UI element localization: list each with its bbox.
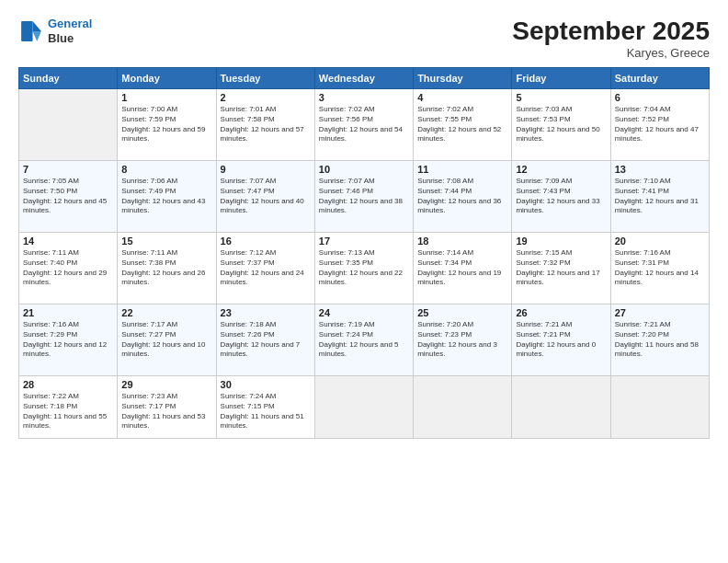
day-header: Wednesday	[314, 68, 413, 89]
day-cell: 26Sunrise: 7:21 AMSunset: 7:21 PMDayligh…	[512, 304, 610, 376]
day-cell: 5Sunrise: 7:03 AMSunset: 7:53 PMDaylight…	[512, 89, 610, 161]
day-info: Sunrise: 7:23 AMSunset: 7:17 PMDaylight:…	[121, 392, 211, 431]
day-info: Sunrise: 7:17 AMSunset: 7:27 PMDaylight:…	[121, 320, 211, 360]
day-info: Sunrise: 7:04 AMSunset: 7:52 PMDaylight:…	[615, 105, 705, 144]
day-info: Sunrise: 7:07 AMSunset: 7:46 PMDaylight:…	[319, 177, 409, 216]
day-info: Sunrise: 7:14 AMSunset: 7:34 PMDaylight:…	[417, 248, 507, 288]
day-info: Sunrise: 7:16 AMSunset: 7:31 PMDaylight:…	[615, 248, 705, 288]
day-number: 20	[615, 236, 705, 247]
day-number: 5	[516, 92, 606, 103]
day-cell	[414, 376, 512, 439]
svg-marker-0	[33, 21, 41, 31]
day-number: 29	[121, 379, 211, 390]
location: Karyes, Greece	[512, 46, 710, 60]
day-header: Monday	[118, 68, 216, 89]
day-number: 18	[417, 236, 507, 247]
day-number: 2	[221, 92, 311, 103]
week-row: 14Sunrise: 7:11 AMSunset: 7:40 PMDayligh…	[19, 233, 710, 304]
day-number: 7	[23, 164, 113, 175]
day-info: Sunrise: 7:18 AMSunset: 7:26 PMDaylight:…	[221, 320, 311, 360]
day-number: 8	[121, 164, 211, 175]
day-cell: 22Sunrise: 7:17 AMSunset: 7:27 PMDayligh…	[118, 304, 216, 376]
day-cell: 7Sunrise: 7:05 AMSunset: 7:50 PMDaylight…	[19, 161, 118, 233]
day-cell: 11Sunrise: 7:08 AMSunset: 7:44 PMDayligh…	[414, 161, 512, 233]
day-number: 19	[516, 236, 606, 247]
day-number: 25	[417, 307, 507, 318]
day-number: 14	[23, 236, 113, 247]
day-header: Sunday	[19, 68, 118, 89]
day-number: 24	[319, 307, 409, 318]
day-header: Thursday	[414, 68, 512, 89]
day-number: 9	[221, 164, 311, 175]
day-cell: 21Sunrise: 7:16 AMSunset: 7:29 PMDayligh…	[19, 304, 118, 376]
svg-marker-1	[33, 31, 41, 41]
day-number: 21	[23, 307, 113, 318]
day-number: 15	[121, 236, 211, 247]
day-cell: 12Sunrise: 7:09 AMSunset: 7:43 PMDayligh…	[512, 161, 610, 233]
page: General Blue September 2025 Karyes, Gree…	[0, 0, 728, 563]
header: General Blue September 2025 Karyes, Gree…	[18, 17, 710, 60]
day-info: Sunrise: 7:19 AMSunset: 7:24 PMDaylight:…	[319, 320, 409, 360]
day-cell: 27Sunrise: 7:21 AMSunset: 7:20 PMDayligh…	[610, 304, 709, 376]
day-number: 11	[417, 164, 507, 175]
day-header: Tuesday	[216, 68, 314, 89]
week-row: 21Sunrise: 7:16 AMSunset: 7:29 PMDayligh…	[19, 304, 710, 376]
day-cell	[19, 89, 118, 161]
day-cell: 28Sunrise: 7:22 AMSunset: 7:18 PMDayligh…	[19, 376, 118, 439]
day-number: 1	[121, 92, 211, 103]
day-info: Sunrise: 7:02 AMSunset: 7:55 PMDaylight:…	[417, 105, 507, 144]
day-info: Sunrise: 7:08 AMSunset: 7:44 PMDaylight:…	[417, 177, 507, 216]
day-cell: 4Sunrise: 7:02 AMSunset: 7:55 PMDaylight…	[414, 89, 512, 161]
day-number: 4	[417, 92, 507, 103]
day-cell: 2Sunrise: 7:01 AMSunset: 7:58 PMDaylight…	[216, 89, 314, 161]
day-info: Sunrise: 7:11 AMSunset: 7:38 PMDaylight:…	[121, 248, 211, 288]
day-number: 17	[319, 236, 409, 247]
day-cell	[314, 376, 413, 439]
day-info: Sunrise: 7:13 AMSunset: 7:35 PMDaylight:…	[319, 248, 409, 288]
day-cell: 23Sunrise: 7:18 AMSunset: 7:26 PMDayligh…	[216, 304, 314, 376]
logo-line1: General	[48, 17, 92, 30]
day-cell: 6Sunrise: 7:04 AMSunset: 7:52 PMDaylight…	[610, 89, 709, 161]
day-cell: 10Sunrise: 7:07 AMSunset: 7:46 PMDayligh…	[314, 161, 413, 233]
week-row: 1Sunrise: 7:00 AMSunset: 7:59 PMDaylight…	[19, 89, 710, 161]
day-cell: 9Sunrise: 7:07 AMSunset: 7:47 PMDaylight…	[216, 161, 314, 233]
day-header: Friday	[512, 68, 610, 89]
day-info: Sunrise: 7:21 AMSunset: 7:20 PMDaylight:…	[615, 320, 705, 360]
day-number: 23	[221, 307, 311, 318]
day-cell: 29Sunrise: 7:23 AMSunset: 7:17 PMDayligh…	[118, 376, 216, 439]
week-row: 7Sunrise: 7:05 AMSunset: 7:50 PMDaylight…	[19, 161, 710, 233]
day-number: 3	[319, 92, 409, 103]
day-info: Sunrise: 7:00 AMSunset: 7:59 PMDaylight:…	[121, 105, 211, 144]
day-cell: 18Sunrise: 7:14 AMSunset: 7:34 PMDayligh…	[414, 233, 512, 304]
header-row: SundayMondayTuesdayWednesdayThursdayFrid…	[19, 68, 710, 89]
day-info: Sunrise: 7:02 AMSunset: 7:56 PMDaylight:…	[319, 105, 409, 144]
day-cell: 13Sunrise: 7:10 AMSunset: 7:41 PMDayligh…	[610, 161, 709, 233]
day-cell: 14Sunrise: 7:11 AMSunset: 7:40 PMDayligh…	[19, 233, 118, 304]
day-number: 22	[121, 307, 211, 318]
day-number: 13	[615, 164, 705, 175]
day-cell: 19Sunrise: 7:15 AMSunset: 7:32 PMDayligh…	[512, 233, 610, 304]
day-number: 16	[221, 236, 311, 247]
day-number: 27	[615, 307, 705, 318]
day-info: Sunrise: 7:09 AMSunset: 7:43 PMDaylight:…	[516, 177, 606, 216]
day-info: Sunrise: 7:03 AMSunset: 7:53 PMDaylight:…	[516, 105, 606, 144]
day-info: Sunrise: 7:22 AMSunset: 7:18 PMDaylight:…	[23, 392, 113, 431]
day-info: Sunrise: 7:20 AMSunset: 7:23 PMDaylight:…	[417, 320, 507, 360]
week-row: 28Sunrise: 7:22 AMSunset: 7:18 PMDayligh…	[19, 376, 710, 439]
day-cell: 15Sunrise: 7:11 AMSunset: 7:38 PMDayligh…	[118, 233, 216, 304]
day-number: 30	[221, 379, 311, 390]
day-cell: 16Sunrise: 7:12 AMSunset: 7:37 PMDayligh…	[216, 233, 314, 304]
day-cell: 20Sunrise: 7:16 AMSunset: 7:31 PMDayligh…	[610, 233, 709, 304]
day-cell: 8Sunrise: 7:06 AMSunset: 7:49 PMDaylight…	[118, 161, 216, 233]
day-number: 12	[516, 164, 606, 175]
day-info: Sunrise: 7:12 AMSunset: 7:37 PMDaylight:…	[221, 248, 311, 288]
day-info: Sunrise: 7:07 AMSunset: 7:47 PMDaylight:…	[221, 177, 311, 216]
day-cell: 30Sunrise: 7:24 AMSunset: 7:15 PMDayligh…	[216, 376, 314, 439]
calendar-table: SundayMondayTuesdayWednesdayThursdayFrid…	[18, 67, 710, 439]
day-cell: 17Sunrise: 7:13 AMSunset: 7:35 PMDayligh…	[314, 233, 413, 304]
day-number: 6	[615, 92, 705, 103]
day-cell: 24Sunrise: 7:19 AMSunset: 7:24 PMDayligh…	[314, 304, 413, 376]
day-info: Sunrise: 7:15 AMSunset: 7:32 PMDaylight:…	[516, 248, 606, 288]
day-cell	[610, 376, 709, 439]
day-info: Sunrise: 7:05 AMSunset: 7:50 PMDaylight:…	[23, 177, 113, 216]
